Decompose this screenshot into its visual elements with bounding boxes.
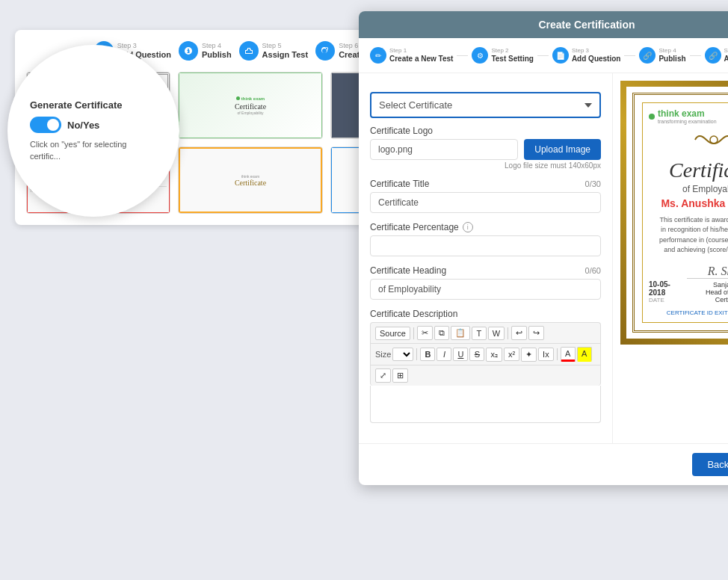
toolbar-div-3 [416,348,417,360]
toolbar-italic2-btn[interactable]: Ix [538,348,554,361]
cert-heading-label: Certificate Heading 0/60 [370,265,601,276]
editor-toolbar-row2: Size B I U S x₂ x² ✦ Ix A A [370,343,601,365]
modal-footer: Back Save [359,443,728,485]
cert-heading-group: Certificate Heading 0/60 [370,265,601,300]
modal-step-4-circle: 🔗 [639,47,655,64]
toolbar-paste-text-btn[interactable]: T [472,327,487,340]
step-div-2 [537,55,549,56]
cert-logo-group: Certificate Logo Upload Image Logo file … [370,126,601,170]
cert-preview: think exam transforming examination [620,81,728,345]
size-label: Size [375,350,391,359]
generate-cert-hint: Click on "yes" for selecting certific... [30,139,157,162]
svg-point-4 [710,136,718,144]
toolbar-copy-btn[interactable]: ⧉ [434,326,449,340]
toolbar-subscript-btn[interactable]: x₂ [486,348,502,362]
cert-date-label: DATE [649,297,687,303]
toolbar-undo-btn[interactable]: ↩ [511,326,527,340]
modal-step-2-text: Step 2 Test Setting [491,48,533,63]
modal-step-4: 🔗 Step 4 Publish [639,47,685,64]
toolbar-expand-btn[interactable]: ⤢ [375,368,391,383]
cert-sig-area: R. Sharma Sanjay Singh Head of Customer … [687,265,728,303]
upload-image-button[interactable]: Upload Image [524,139,601,160]
cert-signer-title: Head of Customer Certification [687,289,728,303]
step-div-3 [624,55,635,56]
cert-percentage-label: Certificate Percentage i [370,222,601,232]
step-div-4 [690,55,701,56]
logo-tagline: transforming examination [658,119,717,125]
toolbar-source2-btn[interactable]: ⊞ [392,368,408,383]
cert-description-label: Certificate Description [370,309,601,319]
cert-heading-char-count: 0/60 [585,266,601,275]
logo-filename-input[interactable] [370,139,518,160]
modal-body: Select Certificate Certificate Logo Uplo… [359,73,728,443]
toolbar-div-2 [508,327,508,339]
cert-id: CERTIFICATE ID EXIT1000564405 [649,309,728,316]
cert-preview-subtitle: of Employability [649,184,728,194]
cert-title-group: Certificate Title 0/30 [370,179,601,213]
modal-step-3: 📄 Step 3 Add Question [552,47,621,64]
bg-step-5-circle [239,41,259,61]
cert-percentage-group: Certificate Percentage i [370,222,601,256]
cert-preview-recipient: Ms. Anushka Sharma [649,197,728,209]
toggle-container[interactable]: No/Yes [30,117,99,133]
editor-toolbar-row1: Source ✂ ⧉ 📋 T W ↩ ↪ [370,322,601,343]
modal-step-3-circle: 📄 [552,47,569,64]
toolbar-div-4 [557,348,558,360]
font-size-select[interactable] [392,348,413,361]
main-modal: Create Certification ✏ Step 1 Create a N… [359,11,728,485]
cert-date-area: 10-05-2018 DATE [649,280,687,303]
cert-logo-label: Certificate Logo [370,126,601,136]
modal-step-1-circle: ✏ [370,47,386,64]
cert-heading-input[interactable] [370,279,601,300]
generate-cert-toggle[interactable] [30,117,61,133]
toolbar-strike-btn[interactable]: S [469,348,484,361]
cert-percentage-input[interactable] [370,235,601,256]
toolbar-font-color-btn[interactable]: A [561,347,576,362]
modal-step-2: ⚙ Step 2 Test Setting [472,47,533,64]
bg-step-5: Step 5 Assign Test [239,41,309,61]
toolbar-paste-word-btn[interactable]: W [488,327,505,340]
toolbar-div-1 [413,327,414,339]
modal-step-1-text: Step 1 Create a New Test [389,48,453,63]
modal-steps: ✏ Step 1 Create a New Test ⚙ Step 2 Test… [359,38,728,73]
modal-step-3-text: Step 3 Add Question [572,48,621,63]
back-button[interactable]: Back [692,453,728,476]
modal-header: Create Certification [359,11,728,38]
toolbar-bg-color-btn[interactable]: A [577,347,592,362]
toolbar-paste-btn[interactable]: 📋 [451,326,470,340]
modal-step-2-circle: ⚙ [472,47,488,64]
cert-description-editor[interactable] [370,386,601,423]
bg-step-4-text: Step 4 Publish [202,42,232,60]
toolbar-bold-btn[interactable]: B [420,348,435,361]
logo-dot [649,114,655,120]
cert-date-value: 10-05-2018 [649,280,687,297]
toolbar-superscript-btn[interactable]: x² [504,348,519,361]
toolbar-underline-btn[interactable]: U [453,348,468,361]
toolbar-italic-btn[interactable]: I [437,348,451,361]
cert-signer-name: Sanjay Singh [687,281,728,289]
cert-title-char-count: 0/30 [585,179,601,188]
modal-step-5-text: Step 5 Assign Test [724,48,728,63]
toolbar-source-btn[interactable]: Source [375,327,410,340]
select-certificate-dropdown[interactable]: Select Certificate [370,92,601,118]
cert-description-group: Certificate Description Source ✂ ⧉ 📋 T W… [370,309,601,423]
cert-preview-title: Certificate [649,158,728,182]
modal-step-4-text: Step 4 Publish [658,48,685,63]
cert-thumb-2[interactable]: think exam Certificate of Employability [178,72,322,139]
cert-ornament [649,129,728,155]
form-panel: Select Certificate Certificate Logo Uplo… [359,73,613,443]
modal-step-1: ✏ Step 1 Create a New Test [370,47,453,64]
cert-thumb-5[interactable]: think exam Certificate [178,146,322,214]
cert-percentage-info-icon[interactable]: i [463,222,473,232]
bg-step-4: Step 4 Publish [179,41,232,61]
toolbar-redo-btn[interactable]: ↪ [528,326,544,340]
cert-preview-body: This certificate is awarded to (name) in… [649,215,728,256]
toggle-label: No/Yes [67,120,99,131]
generate-cert-overlay: Generate Certificate No/Yes Click on "ye… [7,45,179,217]
cert-preview-logo: think exam transforming examination [649,109,728,125]
bg-step-5-text: Step 5 Assign Test [262,42,309,60]
toolbar-remove-format-btn[interactable]: ✦ [521,348,537,362]
cert-title-input[interactable] [370,192,601,213]
cert-logo-row: Upload Image [370,139,601,160]
toolbar-cut-btn[interactable]: ✂ [417,326,433,340]
